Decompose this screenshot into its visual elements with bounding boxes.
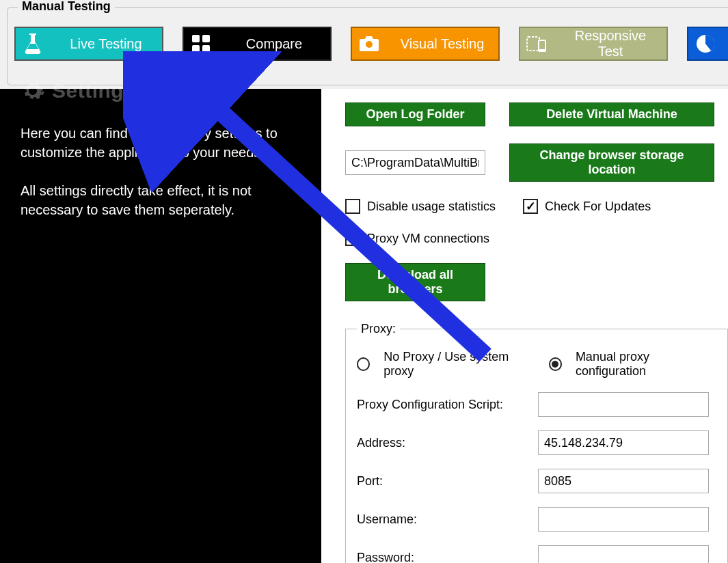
download-all-browsers-button[interactable]: Download all browsers xyxy=(345,263,485,301)
svg-rect-3 xyxy=(202,45,210,53)
more-button[interactable]: P xyxy=(687,27,728,61)
sidebar: Settings Here you can find all necessary… xyxy=(0,89,321,563)
gear-icon xyxy=(21,79,45,103)
proxy-port-input[interactable] xyxy=(538,469,709,493)
no-proxy-label: No Proxy / Use system proxy xyxy=(383,350,535,379)
proxy-port-label: Port: xyxy=(357,474,538,489)
svg-rect-0 xyxy=(192,35,200,42)
svg-rect-7 xyxy=(539,41,545,49)
svg-point-4 xyxy=(366,41,373,48)
proxy-fieldset: Proxy: No Proxy / Use system proxy Manua… xyxy=(345,322,728,563)
disable-stats-row: Disable usage statistics xyxy=(345,199,496,214)
open-log-folder-button[interactable]: Open Log Folder xyxy=(345,102,485,126)
content-area: Settings Here you can find all necessary… xyxy=(0,89,728,563)
pie-chart-icon xyxy=(688,27,723,61)
manual-proxy-radio[interactable] xyxy=(549,357,562,371)
group-label: Manual Testing xyxy=(18,0,115,14)
toolbar: Live Testing Compare Visual Testing Resp… xyxy=(14,27,728,61)
camera-icon xyxy=(352,27,386,61)
flask-icon xyxy=(16,27,50,61)
proxy-username-input[interactable] xyxy=(538,507,709,532)
compare-label: Compare xyxy=(218,36,330,52)
proxy-password-label: Password: xyxy=(357,551,538,564)
live-testing-label: Live Testing xyxy=(50,36,162,52)
proxy-vm-checkbox[interactable] xyxy=(345,231,360,246)
disable-stats-label: Disable usage statistics xyxy=(367,200,496,214)
responsive-test-button[interactable]: Responsive Test xyxy=(519,27,668,61)
check-updates-checkbox[interactable] xyxy=(523,199,538,214)
proxy-vm-row: Proxy VM connections xyxy=(345,231,489,246)
visual-testing-button[interactable]: Visual Testing xyxy=(351,27,500,61)
svg-rect-2 xyxy=(192,45,200,53)
proxy-username-label: Username: xyxy=(357,512,538,527)
grid-icon xyxy=(184,27,218,61)
more-label: P xyxy=(723,36,728,52)
proxy-script-input[interactable] xyxy=(538,392,709,417)
proxy-vm-label: Proxy VM connections xyxy=(367,232,489,246)
sidebar-text-2: All settings directly take effect, it is… xyxy=(21,181,301,219)
proxy-radio-row: No Proxy / Use system proxy Manual proxy… xyxy=(357,350,716,379)
proxy-script-label: Proxy Configuration Script: xyxy=(357,398,538,412)
delete-vm-button[interactable]: Delete Virtual Machine xyxy=(509,102,714,126)
compare-button[interactable]: Compare xyxy=(183,27,332,61)
sidebar-title: Settings xyxy=(52,79,135,102)
check-updates-row: Check For Updates xyxy=(523,199,651,214)
storage-path-input[interactable] xyxy=(345,150,485,175)
live-testing-button[interactable]: Live Testing xyxy=(14,27,163,61)
sidebar-title-row: Settings xyxy=(21,79,301,103)
manual-testing-group: Manual Testing Live Testing Compare Visu… xyxy=(7,7,728,85)
disable-stats-checkbox[interactable] xyxy=(345,199,360,214)
sidebar-text-1: Here you can find all necessary settings… xyxy=(21,124,301,162)
svg-rect-5 xyxy=(527,37,539,51)
manual-proxy-label: Manual proxy configuration xyxy=(576,350,716,379)
proxy-address-input[interactable] xyxy=(538,430,709,455)
proxy-password-input[interactable] xyxy=(538,545,709,563)
devices-icon xyxy=(520,27,554,61)
change-storage-location-button[interactable]: Change browser storage location xyxy=(509,143,714,182)
check-updates-label: Check For Updates xyxy=(545,200,651,214)
svg-rect-1 xyxy=(202,35,210,42)
proxy-address-label: Address: xyxy=(357,436,538,450)
visual-testing-label: Visual Testing xyxy=(386,36,498,52)
main-panel: Open Log Folder Delete Virtual Machine C… xyxy=(321,89,728,563)
responsive-test-label: Responsive Test xyxy=(554,28,666,59)
proxy-legend: Proxy: xyxy=(357,322,400,336)
no-proxy-radio[interactable] xyxy=(357,357,370,371)
